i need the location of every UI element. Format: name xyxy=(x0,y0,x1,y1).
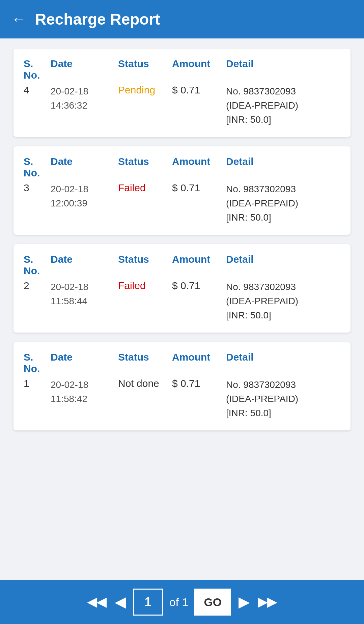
cell-detail: No. 9837302093(IDEA-PREPAID)[INR: 50.0] xyxy=(226,84,340,127)
cell-status: Not done xyxy=(118,378,172,389)
card-header-row: S. No.DateStatusAmountDetail xyxy=(24,351,340,374)
cell-detail: No. 9837302093(IDEA-PREPAID)[INR: 50.0] xyxy=(226,280,340,322)
card-data-row: 420-02-1814:36:32Pending$ 0.71No. 983730… xyxy=(24,84,340,127)
col-header-amount: Amount xyxy=(172,254,226,277)
col-header-detail: Detail xyxy=(226,58,340,81)
col-header-amount: Amount xyxy=(172,58,226,81)
card-data-row: 120-02-1811:58:42Not done$ 0.71No. 98373… xyxy=(24,378,340,420)
go-button[interactable]: GO xyxy=(194,589,231,616)
card-data-row: 220-02-1811:58:44Failed$ 0.71No. 9837302… xyxy=(24,280,340,322)
col-header-date: Date xyxy=(51,351,118,374)
col-header-detail: Detail xyxy=(226,156,340,179)
next-page-icon: ▶ xyxy=(239,594,249,610)
col-header-status: Status xyxy=(118,58,172,81)
record-card-2: S. No.DateStatusAmountDetail220-02-1811:… xyxy=(13,244,351,333)
cell-amount: $ 0.71 xyxy=(172,182,226,194)
cell-sno: 3 xyxy=(24,182,51,194)
col-header-date: Date xyxy=(51,156,118,179)
prev-page-button[interactable]: ◀ xyxy=(114,593,127,611)
col-header-sno: S. No. xyxy=(24,254,51,277)
cell-sno: 1 xyxy=(24,378,51,389)
col-header-status: Status xyxy=(118,351,172,374)
card-header-row: S. No.DateStatusAmountDetail xyxy=(24,254,340,277)
col-header-status: Status xyxy=(118,254,172,277)
col-header-detail: Detail xyxy=(226,254,340,277)
back-button[interactable]: ← xyxy=(10,11,27,28)
cell-amount: $ 0.71 xyxy=(172,378,226,389)
cell-amount: $ 0.71 xyxy=(172,84,226,96)
card-data-row: 320-02-1812:00:39Failed$ 0.71No. 9837302… xyxy=(24,182,340,225)
col-header-detail: Detail xyxy=(226,351,340,374)
cell-sno: 2 xyxy=(24,280,51,291)
next-page-button[interactable]: ▶ xyxy=(237,593,250,611)
back-arrow-icon: ← xyxy=(11,12,26,26)
prev-page-icon: ◀ xyxy=(115,594,125,610)
page-number-input[interactable]: 1 xyxy=(133,589,163,616)
col-header-amount: Amount xyxy=(172,351,226,374)
cell-date: 20-02-1814:36:32 xyxy=(51,84,118,113)
cell-status: Pending xyxy=(118,84,172,96)
page-of-text: of 1 xyxy=(169,596,189,609)
cell-date: 20-02-1811:58:42 xyxy=(51,378,118,406)
cell-sno: 4 xyxy=(24,84,51,96)
cell-detail: No. 9837302093(IDEA-PREPAID)[INR: 50.0] xyxy=(226,182,340,225)
last-page-button[interactable]: ▶▶ xyxy=(256,594,278,611)
cell-status: Failed xyxy=(118,182,172,194)
col-header-sno: S. No. xyxy=(24,58,51,81)
col-header-sno: S. No. xyxy=(24,351,51,374)
first-page-icon: ◀◀ xyxy=(87,595,106,609)
pagination-footer: ◀◀ ◀ 1 of 1 GO ▶ ▶▶ xyxy=(0,580,364,624)
col-header-status: Status xyxy=(118,156,172,179)
col-header-date: Date xyxy=(51,254,118,277)
first-page-button[interactable]: ◀◀ xyxy=(86,594,108,611)
card-header-row: S. No.DateStatusAmountDetail xyxy=(24,58,340,81)
last-page-icon: ▶▶ xyxy=(258,595,277,609)
header: ← Recharge Report xyxy=(0,0,364,38)
cell-amount: $ 0.71 xyxy=(172,280,226,291)
record-card-3: S. No.DateStatusAmountDetail320-02-1812:… xyxy=(13,146,351,235)
cell-detail: No. 9837302093(IDEA-PREPAID)[INR: 50.0] xyxy=(226,378,340,420)
content-area: S. No.DateStatusAmountDetail420-02-1814:… xyxy=(0,38,364,580)
col-header-date: Date xyxy=(51,58,118,81)
col-header-sno: S. No. xyxy=(24,156,51,179)
cell-status: Failed xyxy=(118,280,172,291)
card-header-row: S. No.DateStatusAmountDetail xyxy=(24,156,340,179)
cell-date: 20-02-1812:00:39 xyxy=(51,182,118,210)
col-header-amount: Amount xyxy=(172,156,226,179)
record-card-4: S. No.DateStatusAmountDetail420-02-1814:… xyxy=(13,49,351,137)
page-title: Recharge Report xyxy=(35,10,160,28)
record-card-1: S. No.DateStatusAmountDetail120-02-1811:… xyxy=(13,342,351,430)
cell-date: 20-02-1811:58:44 xyxy=(51,280,118,308)
